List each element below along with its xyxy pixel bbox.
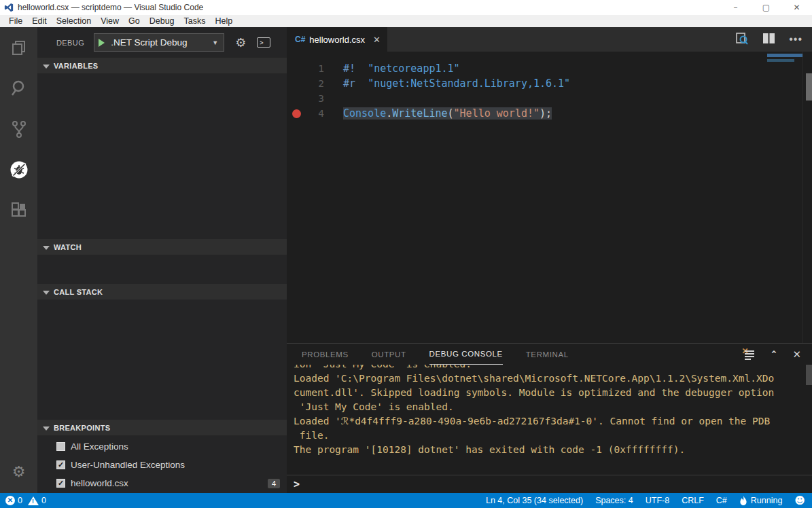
breakpoint-dot-icon[interactable]: [287, 109, 306, 118]
running-status[interactable]: Running: [739, 496, 783, 506]
indentation[interactable]: Spaces: 4: [595, 496, 633, 505]
explorer-icon[interactable]: [0, 27, 37, 68]
console-line: Loaded 'C:\Program Files\dotnet\shared\M…: [294, 371, 812, 386]
window-title: helloworld.csx — scriptdemo — Visual Stu…: [18, 3, 203, 12]
panel-tab-debug-console[interactable]: DEBUG CONSOLE: [429, 344, 503, 365]
collapse-triangle-icon: [43, 65, 50, 69]
source-control-icon[interactable]: [0, 109, 37, 149]
breakpoint-row[interactable]: ✓User-Unhandled Exceptions: [37, 456, 287, 474]
line-number: 1: [306, 63, 324, 74]
console-line: [294, 457, 812, 471]
console-prompt-icon: >: [294, 478, 300, 490]
panel-tab-output[interactable]: OUTPUT: [372, 344, 406, 365]
collapse-triangle-icon: [43, 427, 50, 431]
menu-tasks[interactable]: Tasks: [179, 16, 211, 26]
bottom-panel: PROBLEMSOUTPUTDEBUG CONSOLETERMINAL ✕ ⌃ …: [287, 343, 812, 493]
feedback-smiley-icon[interactable]: ☻: [794, 494, 805, 507]
maximize-panel-icon[interactable]: ⌃: [771, 349, 778, 359]
tab-close-icon[interactable]: ✕: [373, 35, 381, 45]
breakpoint-row[interactable]: All Exceptions: [37, 437, 287, 456]
error-count[interactable]: ✕ 0: [5, 496, 22, 505]
debug-console-icon[interactable]: >: [257, 37, 270, 48]
error-count-value: 0: [18, 496, 22, 505]
search-icon[interactable]: [0, 68, 37, 109]
close-panel-icon[interactable]: ✕: [792, 348, 801, 361]
console-line: Loaded 'ℛ*d4f4fff9-a280-490a-9e6b-ad2721…: [294, 414, 812, 429]
menu-go[interactable]: Go: [124, 16, 145, 26]
debug-toolbar: DEBUG .NET Script Debug ▼ ⚙ >: [37, 27, 287, 58]
debug-icon[interactable]: [0, 149, 37, 190]
more-actions-icon[interactable]: •••: [789, 33, 802, 46]
cursor-position[interactable]: Ln 4, Col 35 (34 selected): [486, 496, 583, 505]
debug-sidebar: DEBUG .NET Script Debug ▼ ⚙ > VARIABLES …: [37, 27, 287, 493]
code-line-1[interactable]: 1#! "netcoreapp1.1": [287, 61, 812, 76]
activity-bar: ⚙: [0, 27, 37, 493]
minimap[interactable]: [767, 54, 802, 62]
code-editor[interactable]: 1#! "netcoreapp1.1"2#r "nuget:NetStandar…: [287, 52, 812, 343]
panel-scrollbar[interactable]: [806, 365, 812, 385]
code-line-3[interactable]: 3: [287, 91, 812, 106]
minimize-button[interactable]: –: [720, 0, 751, 15]
settings-gear-icon[interactable]: ⚙: [0, 463, 37, 481]
code-text: #r "nuget:NetStandard.Library,1.6.1": [343, 77, 570, 90]
breakpoint-label: User-Unhandled Exceptions: [71, 460, 185, 470]
flame-icon: [739, 496, 747, 506]
breakpoint-row[interactable]: ✓helloworld.csx4: [37, 474, 287, 492]
section-call-stack-label: CALL STACK: [54, 288, 103, 296]
eol-sequence[interactable]: CRLF: [682, 496, 704, 505]
menu-help[interactable]: Help: [211, 16, 238, 26]
warning-triangle-icon: !: [28, 496, 39, 505]
section-watch-label: WATCH: [54, 243, 82, 251]
section-variables-label: VARIABLES: [54, 62, 98, 70]
configure-gear-icon[interactable]: ⚙: [235, 35, 246, 50]
code-line-2[interactable]: 2#r "nuget:NetStandard.Library,1.6.1": [287, 76, 812, 91]
menu-view[interactable]: View: [96, 16, 124, 26]
menu-selection[interactable]: Selection: [52, 16, 96, 26]
section-variables[interactable]: VARIABLES: [37, 58, 287, 73]
console-line: cument.dll'. Skipped loading symbols. Mo…: [294, 386, 812, 400]
title-bar: helloworld.csx — scriptdemo — Visual Stu…: [0, 0, 812, 15]
menu-file[interactable]: File: [4, 16, 27, 26]
checkbox-checked-icon[interactable]: ✓: [56, 479, 65, 488]
error-circle-icon: ✕: [5, 496, 15, 505]
editor-tab-bar: C# helloworld.csx ✕: [287, 27, 812, 52]
open-preview-icon[interactable]: [735, 32, 749, 48]
code-line-4[interactable]: 4Console.WriteLine("Hello world!");: [287, 106, 812, 121]
status-bar: ✕ 0 ! 0 Ln 4, Col 35 (34 selected) Space…: [0, 493, 812, 508]
encoding[interactable]: UTF-8: [646, 496, 669, 505]
breakpoints-list: All Exceptions✓User-Unhandled Exceptions…: [37, 435, 287, 493]
section-watch[interactable]: WATCH: [37, 239, 287, 255]
debug-console-output[interactable]: ion 'Just My Code' is enabled.Loaded 'C:…: [287, 365, 812, 475]
section-call-stack[interactable]: CALL STACK: [37, 284, 287, 300]
panel-tab-bar: PROBLEMSOUTPUTDEBUG CONSOLETERMINAL ✕ ⌃ …: [287, 344, 812, 365]
section-breakpoints[interactable]: BREAKPOINTS: [37, 420, 287, 435]
debug-console-input[interactable]: >: [287, 475, 812, 493]
clear-console-icon[interactable]: ✕: [745, 350, 756, 359]
panel-tab-terminal[interactable]: TERMINAL: [526, 344, 569, 365]
breakpoint-label: helloworld.csx: [71, 478, 128, 488]
editor-scrollbar[interactable]: [806, 73, 812, 101]
language-mode[interactable]: C#: [716, 496, 727, 505]
checkbox-checked-icon[interactable]: ✓: [56, 460, 65, 469]
vscode-logo-icon: [4, 3, 14, 12]
running-label: Running: [751, 496, 783, 505]
maximize-button[interactable]: ▢: [751, 0, 781, 15]
extensions-icon[interactable]: [0, 190, 37, 231]
tab-label: helloworld.csx: [309, 35, 365, 45]
checkbox-unchecked-icon[interactable]: [56, 442, 65, 451]
close-button[interactable]: ✕: [781, 0, 812, 15]
code-text: Console.WriteLine("Hello world!");: [343, 107, 552, 120]
menu-debug[interactable]: Debug: [145, 16, 179, 26]
tab-helloworld-csx[interactable]: C# helloworld.csx ✕: [287, 27, 387, 52]
start-debug-icon[interactable]: [99, 39, 105, 47]
line-number: 2: [306, 78, 324, 89]
launch-config-dropdown[interactable]: .NET Script Debug ▼: [94, 33, 224, 52]
collapse-triangle-icon: [43, 291, 50, 295]
warning-count[interactable]: ! 0: [28, 496, 46, 505]
console-line: The program '[10128] dotnet' has exited …: [294, 443, 812, 457]
breakpoint-count-badge: 4: [268, 479, 280, 488]
panel-tab-problems[interactable]: PROBLEMS: [302, 344, 349, 365]
menu-edit[interactable]: Edit: [27, 16, 52, 26]
split-editor-icon[interactable]: [762, 33, 775, 46]
chevron-down-icon: ▼: [212, 39, 218, 46]
